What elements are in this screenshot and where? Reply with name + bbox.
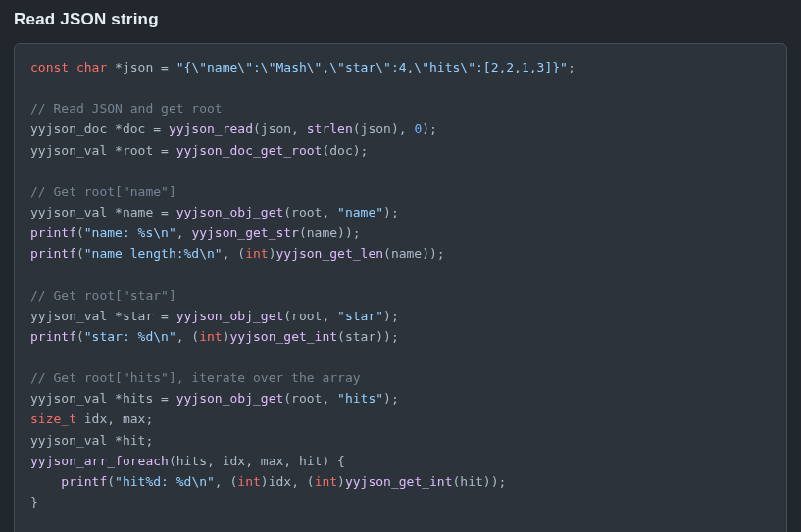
code-token: yyjson_get_int xyxy=(230,329,338,344)
code-token: yyjson_get_len xyxy=(275,246,383,261)
code-token: , ( xyxy=(176,329,199,344)
code-token: "hits" xyxy=(337,391,383,406)
code-token: (json, xyxy=(253,121,307,136)
code-token: strlen xyxy=(307,121,353,136)
code-token: (hits, idx, max, hit) { xyxy=(169,454,345,468)
code-token: ; xyxy=(568,60,576,74)
code-token: "{\"name\":\"Mash\",\"star\":4,\"hits\":… xyxy=(176,60,568,74)
code-token: ); xyxy=(383,309,399,323)
code-token: yyjson_obj_get xyxy=(176,205,284,219)
code-token: (json), xyxy=(353,121,415,136)
code-token: yyjson_get_str xyxy=(191,225,299,240)
code-token: yyjson_get_int xyxy=(345,474,453,489)
code-token: int xyxy=(245,246,268,261)
code-token: ( xyxy=(107,474,115,489)
code-token: int xyxy=(315,474,337,489)
code-token: printf xyxy=(61,474,107,489)
code-token: (name)); xyxy=(299,225,361,240)
code-token: int xyxy=(199,329,222,344)
code-token: , xyxy=(176,225,192,240)
code-token: ); xyxy=(383,391,399,406)
code-token: yyjson_val *star = xyxy=(30,309,176,323)
code-token: ( xyxy=(76,246,84,261)
code-token: // Get root["name"] xyxy=(30,184,176,199)
code-token: , ( xyxy=(215,474,237,489)
code-token: // Read JSON and get root xyxy=(30,101,223,116)
section-heading: Read JSON string xyxy=(14,10,787,29)
code-token: (hit)); xyxy=(453,474,507,489)
code-token: ) xyxy=(223,329,230,344)
code-token: (root, xyxy=(283,205,337,219)
code-block: const char *json = "{\"name\":\"Mash\",\… xyxy=(14,43,787,532)
code-token: size_t xyxy=(30,411,76,426)
code-token: yyjson_obj_get xyxy=(176,391,284,406)
code-token: *json = xyxy=(107,60,175,74)
code-token: printf xyxy=(30,329,76,344)
code-token: yyjson_val *name = xyxy=(30,205,176,219)
code-token: int xyxy=(237,474,260,489)
code-token: ); xyxy=(422,121,437,136)
code-token: yyjson_val *root = xyxy=(30,143,176,158)
code-token: } xyxy=(30,495,38,509)
code-token: (doc); xyxy=(322,143,368,158)
code-token: yyjson_val *hit; xyxy=(30,433,153,448)
code-token: (name)); xyxy=(383,246,445,261)
code-token: yyjson_obj_get xyxy=(176,309,284,323)
code-token: (star)); xyxy=(337,329,399,344)
code-token: ( xyxy=(76,329,84,344)
code-token: ( xyxy=(76,225,84,240)
code-token: const xyxy=(30,60,69,74)
code-token: "name" xyxy=(337,205,383,219)
code-token: yyjson_doc *doc = xyxy=(30,121,169,136)
code-token: // Get root["star"] xyxy=(30,288,176,303)
code-token: printf xyxy=(30,225,76,240)
code-token: ) xyxy=(337,474,345,489)
code-token: ); xyxy=(383,205,399,219)
code-token: (root, xyxy=(283,309,337,323)
code-token: (root, xyxy=(283,391,337,406)
code-token: // Get root["hits"], iterate over the ar… xyxy=(30,370,361,385)
code-token: yyjson_doc_get_root xyxy=(176,143,323,158)
code-token: , ( xyxy=(223,246,245,261)
code-content: const char *json = "{\"name\":\"Mash\",\… xyxy=(30,60,576,532)
code-token: printf xyxy=(30,246,76,261)
code-token: "star: %d\n" xyxy=(84,329,176,344)
code-token: char xyxy=(76,60,107,74)
code-token: idx, max; xyxy=(76,411,153,426)
code-token: yyjson_val *hits = xyxy=(30,391,176,406)
code-token: )idx, ( xyxy=(261,474,315,489)
code-token: "hit%d: %d\n" xyxy=(115,474,215,489)
code-token: "name length:%d\n" xyxy=(84,246,223,261)
code-token: "star" xyxy=(337,309,383,323)
code-token xyxy=(69,60,76,74)
code-token: yyjson_read xyxy=(169,121,253,136)
code-token: "name: %s\n" xyxy=(84,225,176,240)
code-token xyxy=(30,474,61,489)
code-token: yyjson_arr_foreach xyxy=(30,454,169,468)
